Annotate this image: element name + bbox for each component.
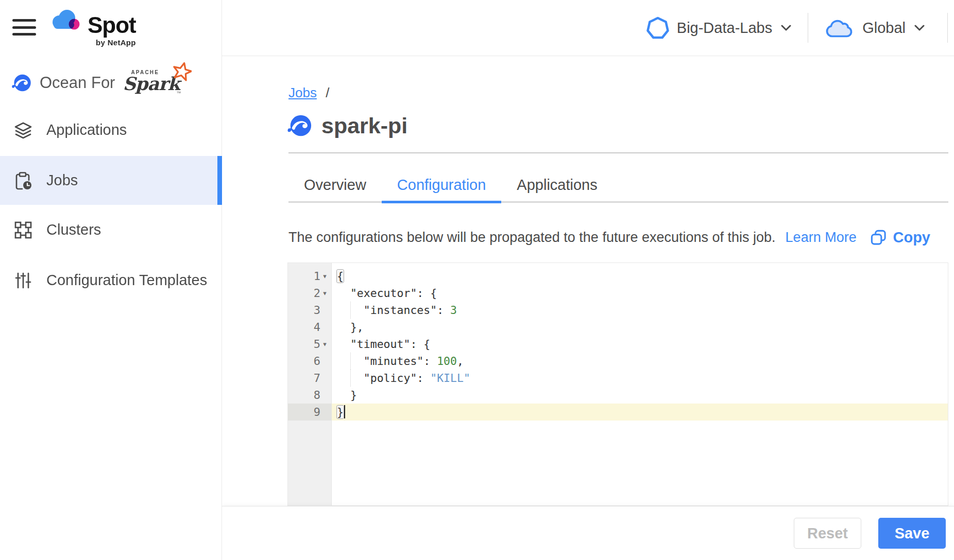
line-number: 5: [314, 338, 320, 351]
editor-line[interactable]: 3▾ "instances": 3: [288, 302, 948, 319]
fold-arrow-icon[interactable]: ▾: [320, 340, 329, 348]
line-number: 9: [314, 406, 320, 418]
action-footer: Reset Save: [222, 506, 954, 560]
reset-button[interactable]: Reset: [794, 518, 861, 549]
code-line[interactable]: "instances": 3: [332, 302, 948, 319]
scope-name: Global: [862, 20, 906, 37]
code-token: [337, 287, 350, 300]
code-token: "instances": [364, 304, 437, 317]
fold-arrow-icon[interactable]: ▾: [320, 289, 329, 297]
sidebar-item-label: Clusters: [46, 221, 101, 238]
editor-line[interactable]: 9▾}: [288, 404, 948, 421]
code-line[interactable]: },: [332, 319, 948, 336]
code-line[interactable]: "executor": {: [332, 285, 948, 302]
config-description-row: The configurations below will be propaga…: [288, 226, 948, 249]
code-token: {: [337, 270, 344, 283]
org-picker[interactable]: Big-Data-Labs: [646, 16, 791, 39]
sidebar-item-configuration-templates[interactable]: Configuration Templates: [0, 256, 222, 305]
editor-gutter-cell: 6▾: [288, 353, 332, 370]
clipboard-clock-icon: [13, 171, 33, 190]
sliders-icon: [13, 271, 33, 290]
ocean-wave-icon: [287, 113, 313, 138]
sidebar: Spot by NetApp Ocean For APACHE Spark ™ …: [0, 0, 222, 560]
title-divider: [288, 152, 948, 153]
code-token: "timeout": [350, 338, 411, 351]
ocean-wave-icon: [11, 73, 32, 93]
editor-gutter-cell: 4▾: [288, 319, 332, 336]
editor-line[interactable]: 8▾ }: [288, 387, 948, 404]
heptagon-icon: [646, 16, 669, 39]
line-number: 1: [314, 270, 320, 283]
code-line[interactable]: }: [332, 387, 948, 404]
editor-gutter-cell: 2▾: [288, 285, 332, 302]
editor-line[interactable]: 6▾ "minutes": 100,: [288, 353, 948, 370]
text-cursor: [344, 405, 346, 418]
json-config-editor[interactable]: 1▾{2▾ "executor": {3▾ "instances": 34▾ }…: [287, 262, 948, 506]
sidebar-item-label: Jobs: [46, 172, 78, 189]
tab-applications[interactable]: Applications: [501, 169, 612, 203]
breadcrumb: Jobs /: [288, 85, 329, 101]
topbar-divider: [808, 13, 808, 43]
code-token: :: [417, 372, 430, 384]
line-number: 8: [314, 389, 320, 401]
editor-lines: 1▾{2▾ "executor": {3▾ "instances": 34▾ }…: [288, 263, 948, 421]
code-token: "minutes": [364, 355, 424, 367]
breadcrumb-separator: /: [326, 85, 329, 100]
chevron-down-icon: [781, 25, 791, 31]
fold-arrow-icon[interactable]: ▾: [320, 272, 329, 280]
learn-more-link[interactable]: Learn More: [786, 230, 857, 246]
line-number: 3: [314, 304, 320, 317]
code-line[interactable]: {: [332, 268, 948, 285]
copy-button-label: Copy: [893, 229, 931, 246]
code-token: :: [437, 304, 450, 317]
apache-spark-logo: APACHE Spark ™: [123, 68, 189, 98]
copy-button[interactable]: Copy: [870, 229, 931, 246]
chevron-down-icon: [914, 25, 925, 31]
code-line[interactable]: "minutes": 100,: [332, 353, 948, 370]
sidebar-item-applications[interactable]: Applications: [0, 106, 222, 154]
editor-line[interactable]: 1▾{: [288, 268, 948, 285]
editor-line[interactable]: 5▾ "timeout": {: [288, 336, 948, 353]
spark-star-icon: [173, 62, 192, 81]
editor-gutter-cell: 5▾: [288, 336, 332, 353]
indent-guide: [350, 353, 351, 370]
page-title-row: spark-pi: [287, 113, 407, 138]
breadcrumb-jobs-link[interactable]: Jobs: [288, 85, 317, 100]
org-name: Big-Data-Labs: [677, 20, 772, 37]
code-token: [337, 338, 350, 351]
topbar-divider: [947, 13, 948, 43]
line-number: 6: [314, 355, 320, 367]
tab-configuration[interactable]: Configuration: [382, 169, 502, 203]
code-token: 3: [450, 304, 457, 317]
line-number: 4: [314, 321, 320, 334]
page-title: spark-pi: [321, 113, 407, 138]
sidebar-item-label: Applications: [46, 121, 127, 138]
indent-guide: [350, 370, 351, 387]
tab-overview[interactable]: Overview: [288, 169, 382, 203]
line-number: 2: [314, 287, 320, 300]
topbar: Big-Data-Labs Global: [222, 0, 954, 56]
code-token: ,: [457, 355, 464, 367]
cloud-icon: [825, 16, 855, 39]
sidebar-item-jobs[interactable]: Jobs: [0, 156, 222, 205]
code-token: }: [337, 389, 357, 401]
code-token: }: [337, 406, 344, 418]
editor-line[interactable]: 7▾ "policy": "KILL": [288, 370, 948, 387]
editor-gutter-cell: 9▾: [288, 404, 332, 421]
cluster-nodes-icon: [13, 220, 33, 240]
editor-line[interactable]: 4▾ },: [288, 319, 948, 336]
spark-trademark: ™: [176, 91, 181, 96]
line-number: 7: [314, 372, 320, 384]
code-line[interactable]: }: [332, 404, 948, 421]
tab-bar: OverviewConfigurationApplications: [288, 169, 948, 203]
code-token: "KILL": [430, 372, 470, 384]
save-button[interactable]: Save: [878, 518, 946, 549]
product-logo-ocean-for-spark: Ocean For APACHE Spark ™: [11, 68, 189, 98]
sidebar-item-clusters[interactable]: Clusters: [0, 205, 222, 254]
code-line[interactable]: "policy": "KILL": [332, 370, 948, 387]
editor-line[interactable]: 2▾ "executor": {: [288, 285, 948, 302]
scope-picker[interactable]: Global: [825, 16, 925, 39]
hamburger-menu-icon[interactable]: [12, 19, 36, 36]
code-token: "policy": [364, 372, 417, 384]
code-line[interactable]: "timeout": {: [332, 336, 948, 353]
